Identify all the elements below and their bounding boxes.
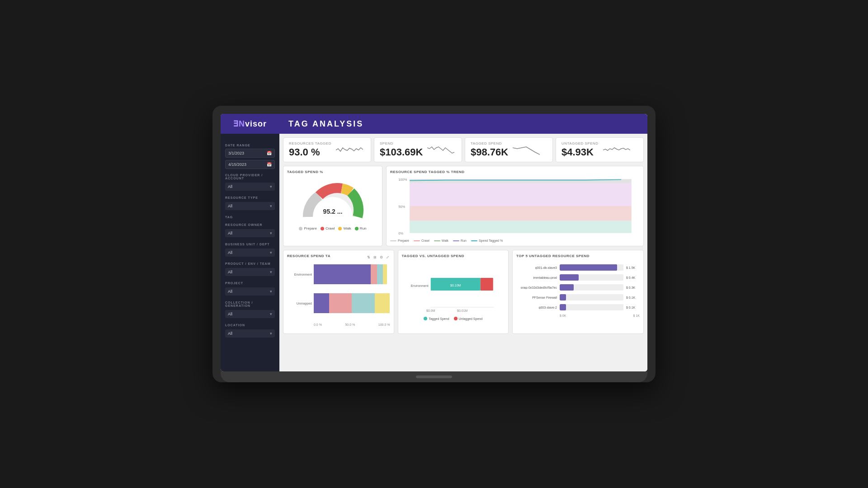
settings-icon[interactable]: ⚙ [379, 255, 384, 260]
sort-icon[interactable]: ⇅ [366, 255, 371, 260]
svg-text:Environment: Environment [410, 284, 428, 287]
top5-bars: g001-db-slave3 $ 1.5K immtableau-prod [516, 261, 640, 317]
resource-spend-trend-title: RESOURCE SPEND TAGGED % TREND [390, 170, 640, 174]
collection-generation-select[interactable]: All [225, 310, 275, 318]
logo-area: ƎNvisor [221, 114, 279, 134]
bar-row-4: g003-slave-2 $ 0.1K [516, 304, 640, 310]
kpi-tagged-spend: TAGGED SPEND $98.76K [465, 137, 553, 162]
bar-value-4: $ 0.1K [626, 306, 640, 309]
tvsu-legend: Tagged Spend Untagged Spend [424, 317, 482, 320]
date-start-input[interactable]: 3/1/2023 📅 [225, 149, 275, 158]
resource-type-label: RESOURCE TYPE [225, 196, 275, 199]
kpi-value-0: 93.0 % [289, 146, 331, 158]
business-unit-select[interactable]: All [225, 249, 275, 257]
product-env-team-select[interactable]: All [225, 268, 275, 276]
tagged-spend-pct-card: TAGGED SPEND % [283, 166, 382, 246]
hbar-label-unmapped: Unmapped [287, 302, 312, 305]
expand-icon[interactable]: ⤢ [385, 255, 390, 260]
kpi-value-3: $4.93K [561, 146, 599, 158]
resource-type-select[interactable]: All [225, 202, 275, 210]
donut-legend: Prepare Crawl Walk [299, 226, 366, 230]
svg-text:$0.01M: $0.01M [457, 309, 468, 312]
charts-row-1: TAGGED SPEND % [283, 166, 644, 246]
donut-chart: 95.2 ... [301, 178, 364, 224]
bar-label-0: g001-db-slave3 [516, 266, 557, 269]
trend-legend: Prepare Crawl Walk [390, 239, 640, 242]
kpi-sparkline-0 [336, 143, 363, 157]
project-label: PROJECT [225, 282, 275, 285]
tvsu-legend-tagged: Tagged Spend [424, 317, 449, 320]
bar-label-1: immtableau-prod [516, 276, 557, 279]
svg-text:50%: 50% [398, 205, 405, 209]
trend-legend-crawl: Crawl [414, 239, 429, 242]
top5-x-axis: $ 0K $ 1K [516, 314, 640, 317]
svg-rect-8 [410, 183, 632, 206]
trend-legend-prepare: Prepare [390, 239, 409, 242]
bar-fill-3 [560, 294, 566, 300]
logo: ƎNvisor [233, 119, 267, 129]
cloud-provider-select[interactable]: All [225, 183, 275, 191]
bar-value-3: $ 0.1K [626, 296, 640, 299]
kpi-label-0: RESOURCES TAGGED [289, 141, 331, 145]
sidebar: DATE RANGE 3/1/2023 📅 4/15/2023 📅 CLOUD … [221, 134, 279, 371]
filter-icon[interactable]: ⊞ [373, 255, 377, 260]
chart-toolbar: ⇅ ⊞ ⚙ ⤢ [366, 255, 390, 260]
bar-row-1: immtableau-prod $ 0.4K [516, 274, 640, 281]
tvsu-chart: Environment $0.10M $0.0M $0.01M [402, 264, 505, 314]
svg-rect-20 [480, 278, 493, 291]
svg-text:95.2 ...: 95.2 ... [323, 208, 343, 215]
svg-text:$0.0M: $0.0M [426, 309, 435, 312]
tagged-vs-untagged-title: TAGGED VS. UNTAGGED SPEND [402, 254, 505, 258]
kpi-label-1: SPEND [380, 141, 423, 145]
legend-crawl: Crawl [321, 226, 335, 230]
kpi-value-1: $103.69K [380, 146, 423, 158]
stacked-bar-container: Environment 95 % [287, 261, 390, 330]
bar-row-3: PFSense Firewall $ 0.1K [516, 294, 640, 300]
kpi-resources-tagged: RESOURCES TAGGED 93.0 % [283, 137, 371, 162]
donut-container: 95.2 ... Prepare Crawl [287, 177, 378, 232]
main-content: RESOURCES TAGGED 93.0 % SPEND $103.69K [279, 134, 647, 371]
trend-legend-walk: Walk [434, 239, 448, 242]
trend-legend-spend-tagged-pct: Spend Tagged % [471, 239, 503, 242]
kpi-row: RESOURCES TAGGED 93.0 % SPEND $103.69K [283, 137, 644, 162]
project-select[interactable]: All [225, 287, 275, 296]
tagged-spend-pct-title: TAGGED SPEND % [287, 170, 378, 174]
resource-spend-tag-card: RESOURCE SPEND TA ⇅ ⊞ ⚙ ⤢ [283, 250, 394, 334]
svg-text:100%: 100% [398, 178, 407, 182]
bar-fill-1 [560, 274, 579, 281]
tag-label: TAG [225, 216, 275, 219]
trend-legend-run: Run [453, 239, 467, 242]
bar-track-4 [560, 304, 623, 310]
bar-row-0: g001-db-slave3 $ 1.5K [516, 264, 640, 271]
resource-owner-select[interactable]: All [225, 229, 275, 237]
kpi-label-2: TAGGED SPEND [471, 141, 508, 145]
bar-value-1: $ 0.4K [626, 276, 640, 279]
bar-value-0: $ 1.5K [626, 266, 640, 269]
svg-rect-9 [410, 206, 632, 221]
bar-track-1 [560, 274, 623, 281]
collection-generation-label: COLLECTION / GENERATION [225, 301, 275, 307]
bottom-row: RESOURCE SPEND TA ⇅ ⊞ ⚙ ⤢ [283, 250, 644, 334]
svg-text:$0.10M: $0.10M [450, 284, 461, 287]
tagged-vs-untagged-card: TAGGED VS. UNTAGGED SPEND Environment $0… [398, 250, 509, 334]
resource-owner-label: RESOURCE OWNER [225, 223, 275, 226]
date-end-input[interactable]: 4/15/2023 📅 [225, 160, 275, 169]
bar-fill-0 [560, 264, 617, 271]
hbar-label-env: Environment [287, 273, 312, 276]
hbar-axis: 0.0 % 50.0 % 100.0 % [287, 322, 390, 326]
bar-label-4: g003-slave-2 [516, 306, 557, 309]
business-unit-label: BUSINESS UNIT / DEPT [225, 243, 275, 246]
tvsu-container: Environment $0.10M $0.0M $0.01M [402, 261, 505, 324]
bar-fill-4 [560, 304, 566, 310]
kpi-value-2: $98.76K [471, 146, 508, 158]
product-env-team-label: PRODUCT / ENV / TEAM [225, 262, 275, 265]
location-select[interactable]: All [225, 329, 275, 338]
legend-walk: Walk [338, 226, 351, 230]
kpi-label-3: UNTAGGED SPEND [561, 141, 599, 145]
bar-label-2: snap-0c02d3ded9cf9a7ec [516, 286, 557, 289]
hbar-row-environment: Environment 95 % [287, 264, 390, 284]
bar-row-2: snap-0c02d3ded9cf9a7ec $ 0.3K [516, 284, 640, 291]
bar-fill-2 [560, 284, 574, 291]
bar-value-2: $ 0.3K [626, 286, 640, 289]
bar-track-2 [560, 284, 623, 291]
